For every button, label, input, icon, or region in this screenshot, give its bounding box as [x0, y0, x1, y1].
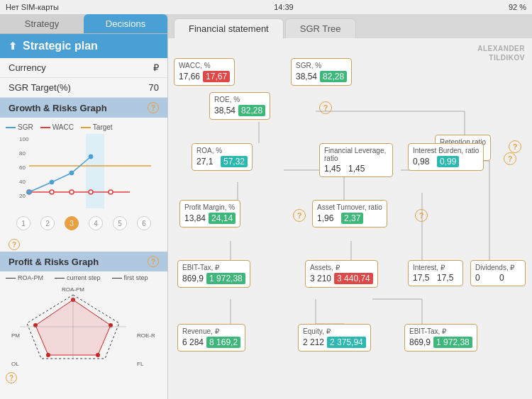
tab-sgr-tree[interactable]: SGR Tree — [285, 18, 356, 38]
roa-node: ROA, % 27,1 57,32 — [192, 143, 253, 171]
step-6[interactable]: 6 — [137, 216, 151, 230]
sgr-line — [6, 127, 16, 128]
tab-strategy[interactable]: Strategy — [0, 14, 84, 33]
sgr-target-value: 70 — [149, 82, 159, 93]
current-dash — [55, 278, 65, 279]
svg-text:ROA-PM: ROA-PM — [62, 286, 84, 293]
profit-bottom-help-icon[interactable]: ? — [6, 372, 17, 383]
svg-point-8 — [50, 190, 54, 194]
step-3[interactable]: 3 — [65, 216, 79, 230]
equity-node: Equity, ₽ 2 212 2 375,94 — [298, 324, 371, 352]
left-tab-bar: Strategy Decisions — [0, 14, 167, 34]
growth-help-icon[interactable]: ? — [148, 102, 159, 113]
step-indicators: 1 2 3 4 5 6 — [6, 215, 162, 232]
left-panel: Strategy Decisions ⬆ Strategic plan Curr… — [0, 14, 168, 399]
profit-help-icon[interactable]: ? — [148, 256, 159, 267]
interest-burden-help[interactable]: ? — [504, 152, 516, 165]
svg-point-13 — [50, 180, 54, 184]
legend-sgr: SGR — [6, 123, 33, 131]
currency-row: Currency ₽ — [0, 58, 167, 78]
interest-node: Interest, ₽ 17,5 17,5 — [408, 260, 463, 286]
growth-chart-svg: 100 80 60 40 20 — [6, 134, 162, 212]
profit-legend: ROA-PM current step first step — [6, 274, 162, 281]
svg-point-26 — [46, 353, 50, 357]
share-icon[interactable]: ⬆ — [9, 40, 17, 52]
wacc-node: WACC, % 17,66 17,67 — [174, 58, 235, 86]
svg-point-12 — [27, 190, 31, 194]
financial-leverage-node: Financial Leverage, ratio 1,45 1,45 — [319, 143, 393, 177]
panel-title: Strategic plan — [23, 40, 98, 52]
roa-pm-legend: ROA-PM — [6, 274, 43, 281]
profit-margin-help[interactable]: ? — [293, 208, 306, 222]
growth-bottom-help-icon[interactable]: ? — [9, 239, 20, 250]
asset-turnover-help[interactable]: ? — [415, 208, 428, 222]
legend-wacc: WACC — [40, 123, 74, 131]
step-2[interactable]: 2 — [40, 216, 55, 230]
legend-target: Target — [81, 123, 113, 131]
currency-value: ₽ — [153, 62, 159, 73]
profit-section-header: Profit & Risks Graph ? — [0, 252, 167, 271]
svg-rect-5 — [86, 134, 104, 208]
time: 14:39 — [274, 3, 294, 11]
ebit-tax-2-node: EBIT-Tax, ₽ 869,9 1 972,38 — [404, 324, 477, 352]
tab-financial[interactable]: Financial statement — [174, 18, 284, 38]
svg-text:OL: OL — [11, 361, 19, 367]
svg-text:FL: FL — [137, 361, 144, 367]
tree-content: ALEXANDER TILDIKOV — [168, 38, 532, 399]
carrier: Нет SIM-карты — [6, 3, 59, 11]
step-5[interactable]: 5 — [113, 216, 127, 230]
roe-help[interactable]: ? — [319, 101, 332, 114]
left-content: Currency ₽ SGR Target(%) 70 Growth & Ris… — [0, 58, 167, 399]
profit-chart-svg: ROA-PM PM OL ROE-ROA FL — [6, 284, 155, 369]
svg-text:40: 40 — [19, 179, 26, 185]
svg-text:60: 60 — [19, 164, 26, 171]
profit-margin-node: Profit Margin, % 13,84 24,14 — [179, 200, 240, 227]
step-4[interactable]: 4 — [89, 216, 103, 230]
roa-pm-dash — [6, 278, 16, 279]
dividends-node: Dividends, ₽ 0 0 — [470, 260, 526, 286]
svg-point-11 — [109, 190, 113, 194]
svg-point-25 — [96, 353, 100, 357]
first-dash — [112, 278, 122, 279]
step-1[interactable]: 1 — [16, 216, 31, 230]
target-line — [81, 127, 91, 128]
right-panel: Financial statement SGR Tree ALEXANDER T… — [168, 14, 532, 399]
svg-point-10 — [89, 190, 93, 194]
svg-point-14 — [70, 171, 74, 175]
interest-burden-node: Interest Burden, ratio 0,98 0,99 — [408, 143, 484, 171]
svg-text:80: 80 — [19, 150, 26, 157]
sgr-node: SGR, % 38,54 82,28 — [291, 58, 352, 86]
svg-text:100: 100 — [19, 136, 29, 142]
status-bar: Нет SIM-карты 14:39 92 % — [0, 0, 532, 14]
svg-text:20: 20 — [19, 193, 26, 199]
asset-turnover-node: Asset Turnover, ratio 1,96 2,37 — [312, 200, 387, 227]
svg-point-15 — [89, 154, 93, 159]
sgr-target-label: SGR Target(%) — [9, 82, 71, 93]
currency-label: Currency — [9, 62, 46, 73]
current-legend: current step — [55, 274, 101, 281]
roe-node: ROE, % 38,54 82,28 — [209, 92, 270, 120]
svg-point-9 — [70, 190, 74, 194]
left-header: ⬆ Strategic plan — [0, 34, 167, 58]
tab-decisions[interactable]: Decisions — [84, 14, 167, 33]
profit-bottom-help: ? — [6, 372, 162, 383]
right-tab-bar: Financial statement SGR Tree — [168, 14, 532, 38]
revenue-node: Revenue, ₽ 6 284 8 169,2 — [177, 324, 245, 352]
chart-legend: SGR WACC Target — [6, 123, 162, 131]
growth-chart-area: SGR WACC Target 100 80 60 — [0, 118, 167, 237]
ebit-tax-1-node: EBIT-Tax, ₽ 869,9 1 972,38 — [177, 260, 250, 288]
svg-text:PM: PM — [11, 332, 20, 339]
growth-section-header: Growth & Risks Graph ? — [0, 98, 167, 118]
sgr-target-row: SGR Target(%) 70 — [0, 78, 167, 98]
tree-diagram: WACC, % 17,66 17,67 SGR, % 38,54 82,28 — [174, 44, 521, 384]
profit-chart-area: ROA-PM current step first step ROA-PM — [0, 271, 167, 386]
growth-bottom-help: ? — [0, 237, 167, 252]
first-legend: first step — [112, 274, 148, 281]
wacc-line — [40, 127, 50, 128]
battery: 92 % — [509, 3, 526, 11]
assets-node: Assets, ₽ 3 210 3 440,74 — [305, 260, 378, 288]
svg-text:ROE-ROA: ROE-ROA — [137, 332, 155, 339]
